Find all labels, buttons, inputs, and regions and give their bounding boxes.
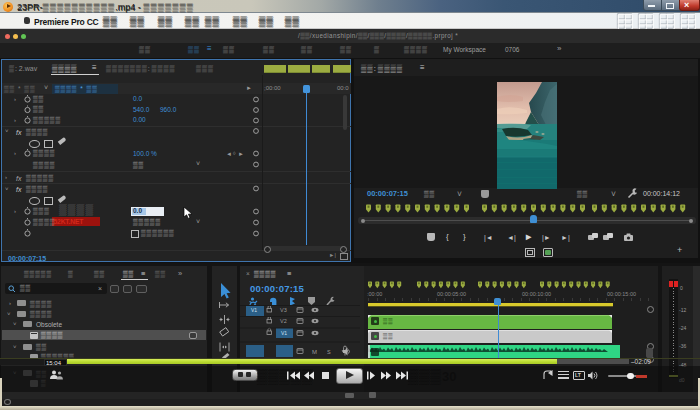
svg-text:M: M <box>312 349 317 355</box>
svg-text:S: S <box>327 349 331 355</box>
